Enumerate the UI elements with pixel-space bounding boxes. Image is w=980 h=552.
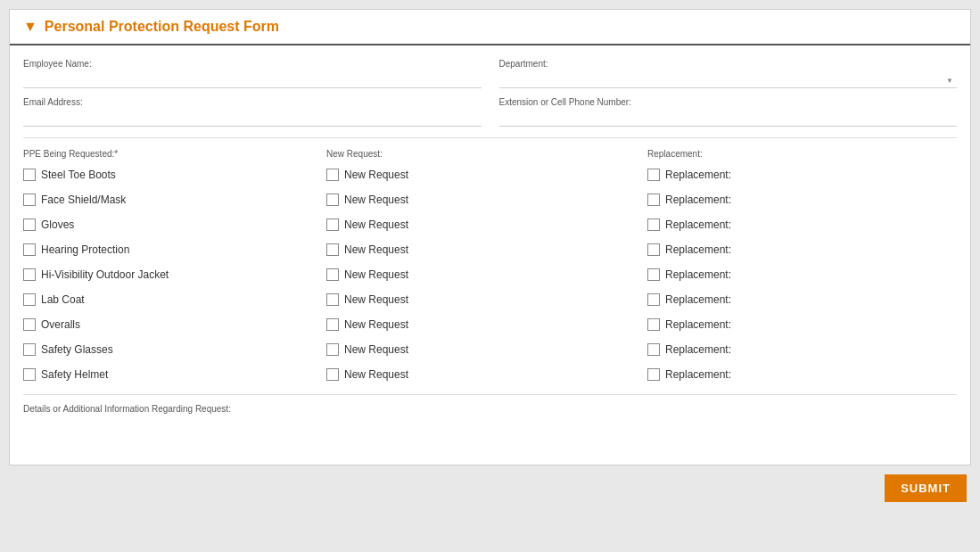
submit-row: SUBMIT <box>9 474 971 502</box>
ppe-new-cell-lab-coat: New Request <box>326 293 647 306</box>
department-group: Department: <box>499 59 958 88</box>
ppe-row-lab-coat: Lab Coat New Request Replacement: <box>23 289 957 310</box>
checkbox-replace-overalls[interactable] <box>647 318 660 331</box>
details-textarea[interactable] <box>23 417 957 453</box>
page-wrapper: ▼ Personal Protection Request Form Emplo… <box>9 9 971 502</box>
checkbox-face-shield-mask[interactable] <box>23 194 36 206</box>
details-section: Details or Additional Information Regard… <box>23 394 957 456</box>
ppe-replace-cell-steel-toe-boots: Replacement: <box>647 169 957 181</box>
label-hi-vis-jacket: Hi-Visibility Outdoor Jacket <box>41 268 169 281</box>
ppe-section: PPE Being Requested:* New Request: Repla… <box>23 149 957 385</box>
ppe-item-cell-hearing-protection: Hearing Protection <box>23 243 326 256</box>
new-request-label-hearing-protection: New Request <box>344 243 408 256</box>
new-request-label-face-shield-mask: New Request <box>344 194 408 206</box>
replacement-label-hi-vis-jacket: Replacement: <box>665 268 731 281</box>
ppe-replace-cell-face-shield-mask: Replacement: <box>647 194 957 206</box>
checkbox-safety-helmet[interactable] <box>23 368 36 381</box>
ppe-row-safety-glasses: Safety Glasses New Request Replacement: <box>23 339 957 360</box>
form-container: ▼ Personal Protection Request Form Emplo… <box>9 9 971 465</box>
new-request-label-gloves: New Request <box>344 218 408 231</box>
ppe-item-cell-safety-helmet: Safety Helmet <box>23 368 326 381</box>
ppe-row-gloves: Gloves New Request Replacement: <box>23 214 957 235</box>
submit-button[interactable]: SUBMIT <box>885 474 967 502</box>
details-label: Details or Additional Information Regard… <box>23 404 957 414</box>
checkbox-replace-face-shield-mask[interactable] <box>647 194 660 206</box>
ppe-replace-cell-lab-coat: Replacement: <box>647 293 957 306</box>
label-face-shield-mask: Face Shield/Mask <box>41 194 126 206</box>
ppe-header-row: PPE Being Requested:* New Request: Repla… <box>23 149 957 159</box>
checkbox-safety-glasses[interactable] <box>23 343 36 356</box>
new-request-label-lab-coat: New Request <box>344 293 408 306</box>
replacement-label-safety-glasses: Replacement: <box>665 343 731 356</box>
checkbox-hearing-protection[interactable] <box>23 243 36 256</box>
form-body: Employee Name: Department: Email Address… <box>10 45 970 465</box>
phone-group: Extension or Cell Phone Number: <box>499 97 958 127</box>
phone-input[interactable] <box>499 110 958 127</box>
ppe-new-cell-hearing-protection: New Request <box>326 243 647 256</box>
ppe-replace-cell-gloves: Replacement: <box>647 218 957 231</box>
checkbox-gloves[interactable] <box>23 218 36 231</box>
checkbox-replace-safety-helmet[interactable] <box>647 368 660 381</box>
replacement-label-steel-toe-boots: Replacement: <box>665 169 731 181</box>
ppe-row-steel-toe-boots: Steel Toe Boots New Request Replacement: <box>23 164 957 185</box>
label-overalls: Overalls <box>41 318 80 331</box>
ppe-col-new-header: New Request: <box>326 149 647 159</box>
checkbox-hi-vis-jacket[interactable] <box>23 268 36 281</box>
email-label: Email Address: <box>23 97 482 107</box>
checkbox-new-gloves[interactable] <box>326 218 339 231</box>
label-steel-toe-boots: Steel Toe Boots <box>41 169 116 181</box>
checkbox-new-overalls[interactable] <box>326 318 339 331</box>
checkbox-overalls[interactable] <box>23 318 36 331</box>
replacement-label-safety-helmet: Replacement: <box>665 368 731 381</box>
checkbox-replace-hi-vis-jacket[interactable] <box>647 268 660 281</box>
form-title: Personal Protection Request Form <box>45 19 279 35</box>
new-request-label-overalls: New Request <box>344 318 408 331</box>
replacement-label-lab-coat: Replacement: <box>665 293 731 306</box>
checkbox-new-hearing-protection[interactable] <box>326 243 339 256</box>
ppe-new-cell-gloves: New Request <box>326 218 647 231</box>
ppe-replace-cell-overalls: Replacement: <box>647 318 957 331</box>
checkbox-replace-gloves[interactable] <box>647 218 660 231</box>
department-select[interactable] <box>499 71 958 88</box>
employee-name-input[interactable] <box>23 71 482 88</box>
new-request-label-safety-glasses: New Request <box>344 343 408 356</box>
email-input[interactable] <box>23 110 482 127</box>
ppe-col-item-header: PPE Being Requested:* <box>23 149 326 159</box>
ppe-item-cell-face-shield-mask: Face Shield/Mask <box>23 194 326 206</box>
ppe-row-overalls: Overalls New Request Replacement: <box>23 314 957 335</box>
department-label: Department: <box>499 59 958 69</box>
checkbox-replace-hearing-protection[interactable] <box>647 243 660 256</box>
checkbox-new-face-shield-mask[interactable] <box>326 194 339 206</box>
ppe-row-face-shield-mask: Face Shield/Mask New Request Replacement… <box>23 189 957 210</box>
checkbox-new-lab-coat[interactable] <box>326 293 339 306</box>
checkbox-replace-lab-coat[interactable] <box>647 293 660 306</box>
ppe-row-safety-helmet: Safety Helmet New Request Replacement: <box>23 364 957 385</box>
replacement-label-face-shield-mask: Replacement: <box>665 194 731 206</box>
label-safety-glasses: Safety Glasses <box>41 343 113 356</box>
ppe-item-cell-hi-vis-jacket: Hi-Visibility Outdoor Jacket <box>23 268 326 281</box>
checkbox-new-steel-toe-boots[interactable] <box>326 169 339 181</box>
label-safety-helmet: Safety Helmet <box>41 368 108 381</box>
form-header: ▼ Personal Protection Request Form <box>10 10 970 45</box>
replacement-label-hearing-protection: Replacement: <box>665 243 731 256</box>
new-request-label-safety-helmet: New Request <box>344 368 408 381</box>
section-divider <box>23 137 957 138</box>
checkbox-new-safety-glasses[interactable] <box>326 343 339 356</box>
ppe-row-hearing-protection: Hearing Protection New Request Replaceme… <box>23 239 957 260</box>
checkbox-lab-coat[interactable] <box>23 293 36 306</box>
ppe-replace-cell-safety-glasses: Replacement: <box>647 343 957 356</box>
checkbox-steel-toe-boots[interactable] <box>23 169 36 181</box>
checkbox-replace-safety-glasses[interactable] <box>647 343 660 356</box>
ppe-replace-cell-hi-vis-jacket: Replacement: <box>647 268 957 281</box>
label-lab-coat: Lab Coat <box>41 293 85 306</box>
ppe-new-cell-hi-vis-jacket: New Request <box>326 268 647 281</box>
ppe-item-cell-gloves: Gloves <box>23 218 326 231</box>
ppe-replace-cell-safety-helmet: Replacement: <box>647 368 957 381</box>
ppe-new-cell-overalls: New Request <box>326 318 647 331</box>
department-select-wrapper <box>499 71 958 88</box>
checkbox-replace-steel-toe-boots[interactable] <box>647 169 660 181</box>
checkbox-new-hi-vis-jacket[interactable] <box>326 268 339 281</box>
checkbox-new-safety-helmet[interactable] <box>326 368 339 381</box>
employee-department-row: Employee Name: Department: <box>23 59 957 88</box>
ppe-row-hi-vis-jacket: Hi-Visibility Outdoor Jacket New Request… <box>23 264 957 285</box>
